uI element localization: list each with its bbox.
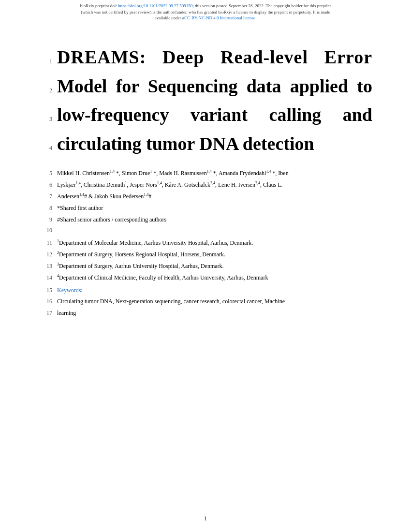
line-number-15: 15	[39, 287, 52, 294]
line-number-6: 6	[39, 181, 52, 189]
note-line-8: 8 *Shared first author	[39, 204, 372, 212]
content-area: 1 DREAMS: Deep Read-level Error 2 Model …	[0, 23, 411, 349]
line-number-11: 11	[39, 239, 52, 247]
author-line-6: 6 Lyskjær1,4, Christina Demuth1, Jesper …	[39, 180, 372, 189]
header-line3-prefix: available under a	[155, 15, 184, 20]
keywords-text-16: Circulating tumor DNA, Next-generation s…	[57, 297, 372, 306]
doi-link[interactable]: https://doi.org/10.1101/2022.09.27.50915…	[118, 3, 192, 8]
title-text-line1: DREAMS: Deep Read-level Error	[57, 47, 372, 68]
title-text-line2: Model for Sequencing data applied to	[57, 76, 372, 97]
line-number-8: 8	[39, 205, 52, 212]
author-text-5: Mikkel H. Christensen1,4 *, Simon Drue1 …	[57, 169, 372, 177]
affiliation-text-13: 3Department of Surgery, Aarhus Universit…	[57, 262, 372, 270]
affiliation-line-13: 13 3Department of Surgery, Aarhus Univer…	[39, 262, 372, 270]
line-number-5: 5	[39, 170, 52, 177]
page: bioRxiv preprint doi: https://doi.org/10…	[0, 0, 411, 532]
line-number-14: 14	[39, 274, 52, 281]
title-line-2: 2 Model for Sequencing data applied to	[39, 76, 372, 97]
affiliation-text-14: 4Department of Clinical Medicine, Facult…	[57, 273, 372, 282]
line-number-2: 2	[39, 87, 52, 94]
affiliation-line-11: 11 1Department of Molecular Medicine, Aa…	[39, 238, 372, 247]
note-text-8: *Shared first author	[57, 204, 372, 212]
author-line-7: 7 Andersen1,4# & Jakob Skou Pedersen1,4#	[39, 192, 372, 201]
note-text-9: #Shared senior authors / corresponding a…	[57, 215, 372, 224]
affiliation-line-14: 14 4Department of Clinical Medicine, Fac…	[39, 273, 372, 282]
line-number-16: 16	[39, 298, 52, 305]
line-number-7: 7	[39, 193, 52, 200]
note-line-9: 9 #Shared senior authors / corresponding…	[39, 215, 372, 224]
keywords-text-17: learning	[57, 309, 372, 317]
keywords-line-15: 15 Keywords:	[39, 287, 372, 294]
license-link[interactable]: CC-BY-NC-ND 4.0 International license	[184, 15, 255, 20]
affiliation-text-11: 1Department of Molecular Medicine, Aarhu…	[57, 238, 372, 247]
title-line-1: 1 DREAMS: Deep Read-level Error	[39, 47, 372, 68]
header-line2: (which was not certified by peer review)…	[81, 10, 330, 15]
title-block: 1 DREAMS: Deep Read-level Error 2 Model …	[39, 47, 372, 154]
page-number: 1	[204, 515, 207, 522]
affiliation-text-12: 2Department of Surgery, Horsens Regional…	[57, 250, 372, 259]
line-number-13: 13	[39, 263, 52, 270]
line-number-3: 3	[39, 116, 52, 123]
header-text: bioRxiv preprint doi: https://doi.org/10…	[80, 3, 331, 8]
empty-line-10: 10	[39, 227, 372, 236]
keywords-line-16: 16 Circulating tumor DNA, Next-generatio…	[39, 297, 372, 306]
author-text-6: Lyskjær1,4, Christina Demuth1, Jesper No…	[57, 180, 372, 189]
line-number-12: 12	[39, 251, 52, 258]
title-line-4: 4 circulating tumor DNA detection	[39, 134, 372, 154]
line-number-1: 1	[39, 58, 52, 65]
author-line-5: 5 Mikkel H. Christensen1,4 *, Simon Drue…	[39, 169, 372, 177]
keywords-label: Keywords:	[57, 287, 83, 294]
header-bar: bioRxiv preprint doi: https://doi.org/10…	[0, 0, 411, 23]
title-text-line3: low-frequency variant calling and	[57, 105, 372, 125]
line-number-9: 9	[39, 216, 52, 223]
line-number-17: 17	[39, 310, 52, 317]
author-text-7: Andersen1,4# & Jakob Skou Pedersen1,4#	[57, 192, 372, 201]
line-number-10: 10	[39, 227, 52, 234]
affiliation-line-12: 12 2Department of Surgery, Horsens Regio…	[39, 250, 372, 259]
title-text-line4: circulating tumor DNA detection	[57, 134, 372, 154]
line-number-4: 4	[39, 145, 52, 152]
title-line-3: 3 low-frequency variant calling and	[39, 105, 372, 125]
keywords-line-17: 17 learning	[39, 309, 372, 317]
